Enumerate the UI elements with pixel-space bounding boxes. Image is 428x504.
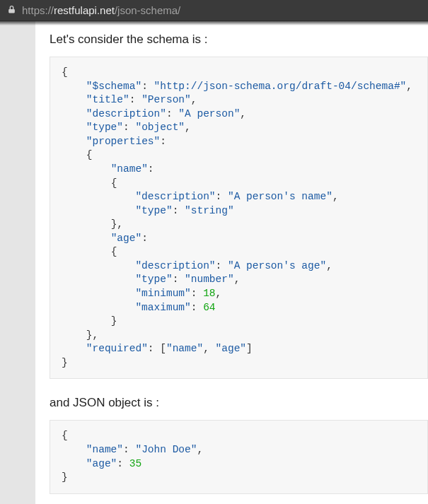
code-token-key: "description" [86, 108, 166, 119]
code-token-punct: : [123, 444, 135, 455]
code-token-punct: : [ [148, 343, 166, 354]
code-token-key: "description" [135, 260, 215, 271]
code-token-str: "Person" [141, 94, 191, 105]
code-token-punct: : [123, 122, 135, 133]
middle-text: and JSON object is : [50, 396, 428, 410]
code-token-brace: { [86, 149, 93, 160]
code-token-brace: } [111, 315, 117, 327]
code-token-punct: , [216, 288, 222, 299]
code-token-key: "name" [111, 163, 148, 175]
url-path: /json-schema/ [115, 4, 180, 16]
code-token-brace: { [111, 246, 117, 257]
url-scheme: https:// [22, 4, 54, 16]
schema-code-block: { "$schema": "http://json-schema.org/dra… [50, 57, 428, 379]
lock-icon [7, 4, 16, 17]
object-code-block: { "name": "John Doe", "age": 35 } [50, 420, 428, 493]
code-token-punct: : [173, 274, 185, 285]
code-token-punct: : [141, 81, 154, 92]
code-token-key: "maximum" [135, 302, 190, 313]
code-token-punct: , [326, 260, 332, 271]
code-token-punct: , [240, 108, 246, 119]
page-content: Let's consider the schema is : { "$schem… [35, 21, 428, 504]
code-token-str: "A person's name" [228, 191, 332, 202]
code-token-punct: : [216, 191, 228, 202]
code-token-str: "number" [185, 274, 234, 285]
code-token-punct: , [332, 191, 339, 202]
browser-addressbar[interactable]: https://restfulapi.net/json-schema/ [0, 0, 428, 21]
code-token-key: "type" [135, 274, 172, 285]
code-token-punct: : [191, 288, 203, 299]
code-token-key: "minimum" [135, 288, 190, 299]
code-token-key: "description" [135, 191, 215, 202]
code-token-punct: : [148, 163, 154, 175]
code-token-num: 64 [203, 302, 215, 313]
code-token-punct: , [234, 274, 241, 285]
code-token-punct: , [191, 94, 197, 105]
code-token-key: "required" [86, 343, 148, 354]
code-token-punct: , [185, 122, 191, 133]
code-token-punct: : [129, 94, 141, 105]
code-token-key: "properties" [86, 136, 160, 147]
code-token-str: "name" [166, 343, 203, 354]
code-token-punct: : [160, 136, 166, 147]
code-token-key: "age" [111, 233, 142, 244]
code-token-brace: { [62, 66, 68, 78]
code-token-punct: , [197, 444, 203, 455]
code-token-punct: : [141, 233, 148, 244]
code-token-brace: }, [111, 218, 123, 230]
code-token-brace: { [111, 177, 117, 189]
code-token-str: "A person" [178, 108, 240, 119]
code-token-punct: : [117, 458, 129, 469]
code-token-str: "string" [185, 205, 234, 216]
code-token-punct: : [173, 205, 185, 216]
code-token-punct: , [406, 81, 412, 92]
code-token-punct: , [203, 343, 215, 354]
code-token-key: "$schema" [86, 81, 141, 92]
code-token-str: "object" [135, 122, 185, 133]
code-token-str: "age" [216, 343, 247, 354]
code-token-str: "John Doe" [135, 444, 197, 455]
code-token-brace: }, [86, 329, 98, 341]
code-token-brace: } [62, 471, 68, 483]
code-token-brace: } [62, 357, 68, 368]
code-token-brace: { [62, 430, 68, 441]
code-token-num: 18 [203, 288, 215, 299]
intro-text: Let's consider the schema is : [50, 33, 428, 47]
code-token-str: "http://json-schema.org/draft-04/schema#… [154, 81, 407, 92]
code-token-punct: : [191, 302, 203, 313]
code-token-str: "A person's age" [228, 260, 326, 271]
code-token-key: "type" [135, 205, 172, 216]
code-token-punct: ] [246, 343, 253, 354]
code-token-key: "age" [86, 458, 117, 469]
code-token-key: "name" [86, 444, 123, 455]
url-text: https://restfulapi.net/json-schema/ [22, 4, 180, 16]
code-token-punct: : [166, 108, 178, 119]
svg-rect-0 [8, 8, 15, 12]
url-domain: restfulapi.net [54, 4, 115, 16]
code-token-num: 35 [129, 458, 141, 469]
code-token-key: "type" [86, 122, 123, 133]
code-token-punct: : [216, 260, 228, 271]
code-token-key: "title" [86, 94, 129, 105]
